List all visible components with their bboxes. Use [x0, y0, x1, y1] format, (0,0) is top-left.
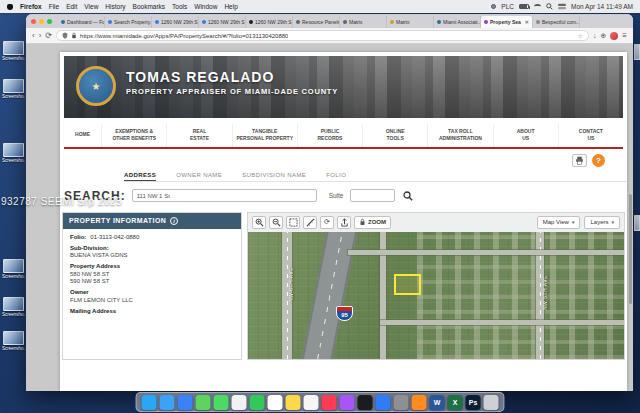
nav-real-estate[interactable]: REAL ESTATE: [167, 124, 232, 147]
tab-1260-nw-29th-1[interactable]: 1260 NW 29th S: [152, 16, 199, 28]
tab-matrix-1[interactable]: Matrix: [340, 16, 387, 28]
calendar-icon[interactable]: [268, 395, 283, 410]
select-tool-button[interactable]: [286, 216, 300, 229]
tab-matrix-2[interactable]: Matrix: [387, 16, 434, 28]
wifi-icon[interactable]: [534, 4, 541, 9]
menubar-item-edit[interactable]: Edit: [66, 3, 77, 10]
control-center-icon[interactable]: [558, 3, 566, 10]
mail-icon[interactable]: [178, 395, 193, 410]
tab-dashboard[interactable]: Dashboard — Fo...: [58, 16, 105, 28]
desktop-screenshot-thumbnail[interactable]: Screensho...: [2, 143, 25, 163]
layers-dropdown[interactable]: Layers▾: [584, 216, 620, 229]
print-button[interactable]: [572, 154, 587, 167]
menubar-clock[interactable]: Mon Apr 14 11:49 AM: [571, 3, 633, 10]
nav-exemptions[interactable]: EXEMPTIONS & OTHER BENEFITS: [102, 124, 167, 147]
tab-subdivision-name[interactable]: SUBDIVISION NAME: [242, 172, 306, 178]
url-bar[interactable]: https://www.miamidade.gov/Apps/PA/Proper…: [56, 30, 589, 41]
nav-contact-us[interactable]: CONTACT US: [559, 124, 623, 147]
forward-icon[interactable]: ›: [39, 32, 42, 40]
zoom-out-button[interactable]: [269, 216, 283, 229]
nav-about-us[interactable]: ABOUT US: [494, 124, 559, 147]
desktop-screenshot-thumbnail[interactable]: [634, 44, 640, 60]
window-controls[interactable]: [31, 14, 58, 28]
reminders-icon[interactable]: [304, 395, 319, 410]
tab-property-search-active[interactable]: Property Sea✕: [481, 16, 533, 28]
extensions-icon[interactable]: ⊕: [600, 32, 606, 39]
map-view-dropdown[interactable]: Map View▾: [537, 216, 581, 229]
facetime-icon[interactable]: [250, 395, 265, 410]
menubar-item-history[interactable]: History: [105, 3, 125, 10]
close-window-button[interactable]: [31, 19, 36, 24]
desktop-screenshot-thumbnail[interactable]: Screensho...: [2, 79, 25, 99]
desktop-screenshot-thumbnail[interactable]: [634, 215, 640, 231]
music-icon[interactable]: [322, 395, 337, 410]
messages-icon[interactable]: [196, 395, 211, 410]
nav-tax-roll-administration[interactable]: TAX ROLL ADMINISTRATION: [428, 124, 493, 147]
profile-avatar[interactable]: [610, 32, 618, 40]
minimize-window-button[interactable]: [39, 19, 44, 24]
close-tab-icon[interactable]: ✕: [525, 19, 529, 25]
search-submit-icon[interactable]: [403, 191, 413, 201]
podcasts-icon[interactable]: [340, 395, 355, 410]
refresh-icon[interactable]: ⟳: [45, 32, 52, 40]
zoom-button[interactable]: ZOOM: [354, 216, 391, 229]
screen-record-icon[interactable]: [491, 4, 496, 9]
measure-tool-button[interactable]: [303, 216, 317, 229]
downloads-icon[interactable]: ↓: [593, 32, 597, 39]
menubar-item-view[interactable]: View: [84, 3, 98, 10]
apple-menu-icon[interactable]: [7, 4, 13, 10]
menubar-item-window[interactable]: Window: [194, 3, 217, 10]
desktop-screenshot-thumbnail[interactable]: Screensho...: [2, 259, 25, 279]
bookmark-star-icon[interactable]: ☆: [578, 32, 583, 39]
aerial-map[interactable]: 95 NW 6TH AVE NW 5TH AVE: [248, 232, 624, 359]
suite-input[interactable]: [350, 189, 395, 202]
finder-icon[interactable]: [142, 395, 157, 410]
notes-icon[interactable]: [286, 395, 301, 410]
zoom-window-button[interactable]: [47, 19, 52, 24]
address-search-input[interactable]: [132, 189, 317, 202]
menubar-app-name[interactable]: Firefox: [20, 3, 42, 10]
back-icon[interactable]: ‹: [32, 32, 35, 40]
excel-icon[interactable]: X: [448, 395, 463, 410]
highlighted-parcel[interactable]: [394, 274, 421, 295]
screenshot-preview[interactable]: [3, 79, 24, 93]
nav-tangible-personal-property[interactable]: TANGIBLE PERSONAL PROPERTY: [233, 124, 298, 147]
menubar-item-bookmarks[interactable]: Bookmarks: [133, 3, 166, 10]
tab-1260-nw-29th-3[interactable]: 1260 NW 29th S: [246, 16, 293, 28]
spotlight-search-icon[interactable]: [546, 3, 553, 10]
menubar-item-help[interactable]: Help: [224, 3, 237, 10]
zoom-in-button[interactable]: [252, 216, 266, 229]
tab-owner-name[interactable]: OWNER NAME: [176, 172, 222, 178]
nav-public-records[interactable]: PUBLIC RECORDS: [298, 124, 363, 147]
safari-icon[interactable]: [160, 395, 175, 410]
nav-online-tools[interactable]: ONLINE TOOLS: [363, 124, 428, 147]
desktop-screenshot-thumbnail[interactable]: Screensho...: [2, 297, 25, 317]
screenshot-preview[interactable]: [3, 143, 24, 157]
maps-icon[interactable]: [214, 395, 229, 410]
lock-icon[interactable]: [71, 32, 77, 39]
tv-icon[interactable]: [358, 395, 373, 410]
screenshot-preview[interactable]: [3, 297, 24, 311]
screenshot-preview[interactable]: [3, 331, 24, 345]
menubar-item-file[interactable]: File: [49, 3, 59, 10]
shield-icon[interactable]: [62, 32, 68, 39]
menubar-status-label[interactable]: PLC: [501, 3, 514, 10]
property-address-2[interactable]: 590 NW 58 ST: [70, 278, 234, 284]
trash-icon[interactable]: [484, 395, 499, 410]
export-map-button[interactable]: [337, 216, 351, 229]
folio-value[interactable]: 01-3113-042-0880: [90, 234, 139, 240]
info-icon[interactable]: i: [170, 217, 178, 225]
screenshot-preview[interactable]: [3, 41, 24, 55]
desktop-screenshot-thumbnail[interactable]: Screensho...: [2, 41, 25, 61]
photos-icon[interactable]: [232, 395, 247, 410]
desktop-screenshot-thumbnail[interactable]: Screensho...: [2, 331, 25, 351]
menu-icon[interactable]: ≡: [622, 32, 627, 40]
firefox-icon[interactable]: [412, 395, 427, 410]
word-icon[interactable]: W: [430, 395, 445, 410]
tab-miami-association[interactable]: Miami Associati...: [434, 16, 481, 28]
screenshot-preview[interactable]: [3, 259, 24, 273]
menubar-item-tools[interactable]: Tools: [172, 3, 187, 10]
page-scrollbar[interactable]: [629, 194, 632, 304]
app-store-icon[interactable]: [376, 395, 391, 410]
nav-home[interactable]: HOME: [64, 124, 102, 147]
